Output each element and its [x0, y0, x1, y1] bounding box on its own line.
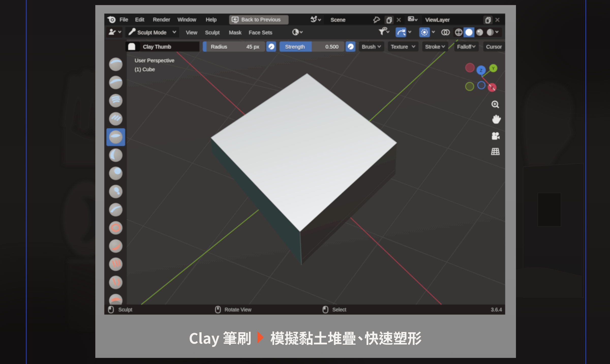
svg-text:Sculpt: Sculpt — [205, 29, 220, 35]
svg-text:Window: Window — [178, 17, 196, 22]
svg-text:User Perspective: User Perspective — [135, 57, 174, 63]
svg-text:Select: Select — [332, 307, 346, 312]
svg-text:Sculpt Mode: Sculpt Mode — [138, 29, 166, 35]
svg-text:Strength: Strength — [285, 44, 305, 50]
svg-text:3.6.4: 3.6.4 — [491, 307, 502, 312]
svg-text:Texture: Texture — [391, 44, 408, 50]
svg-text:Scene: Scene — [331, 17, 345, 23]
svg-text:Z: Z — [480, 68, 482, 73]
svg-text:Edit: Edit — [135, 17, 144, 22]
svg-text:Render: Render — [153, 17, 170, 22]
svg-text:Sculpt: Sculpt — [118, 307, 132, 312]
svg-text:Brush: Brush — [362, 44, 376, 50]
svg-text:(1) Cube: (1) Cube — [135, 66, 155, 72]
svg-text:Face Sets: Face Sets — [249, 29, 272, 35]
svg-text:Rotate View: Rotate View — [225, 307, 252, 312]
svg-text:Radius: Radius — [211, 44, 227, 50]
svg-text:File: File — [120, 17, 128, 22]
svg-text:View: View — [186, 29, 197, 35]
svg-text:Help: Help — [206, 17, 217, 22]
svg-text:X: X — [491, 86, 494, 90]
svg-text:0.500: 0.500 — [326, 44, 339, 50]
svg-text:Y: Y — [492, 66, 495, 71]
svg-text:Cursor: Cursor — [486, 44, 502, 50]
svg-text:Clay Thumb: Clay Thumb — [143, 44, 171, 50]
svg-text:Mask: Mask — [229, 29, 242, 35]
svg-text:Stroke: Stroke — [425, 44, 440, 50]
svg-text:Back to Previous: Back to Previous — [241, 17, 281, 22]
svg-text:ViewLayer: ViewLayer — [425, 17, 450, 23]
svg-text:Falloff: Falloff — [457, 44, 471, 50]
svg-text:45 px: 45 px — [247, 44, 260, 50]
